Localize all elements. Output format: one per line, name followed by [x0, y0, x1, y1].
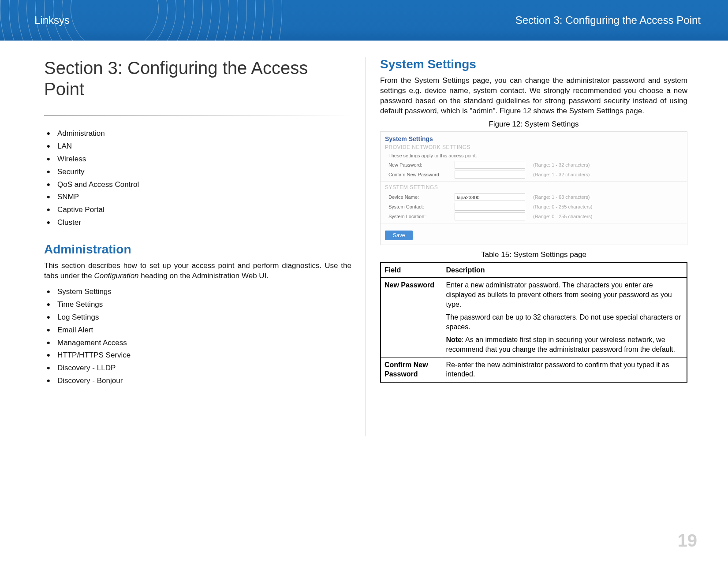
shot-divider — [381, 223, 687, 223]
shot-row: System Location: (Range: 0 - 255 charact… — [388, 212, 683, 220]
shot-field-hint: (Range: 1 - 63 characters) — [533, 194, 590, 200]
shot-field-label: Confirm New Password: — [388, 172, 455, 177]
table-cell-field: Confirm New Password — [381, 357, 442, 382]
shot-field-label: New Password: — [388, 162, 455, 167]
list-item: Email Alert — [47, 324, 351, 337]
desc-paragraph: Enter a new administrator password. The … — [446, 280, 683, 309]
list-item: Time Settings — [47, 298, 351, 311]
administration-sublist: System Settings Time Settings Log Settin… — [44, 286, 351, 387]
system-settings-screenshot: System Settings PROVIDE NETWORK SETTINGS… — [380, 131, 687, 245]
table-cell-desc: Re-enter the new administrator password … — [442, 357, 687, 382]
page-body: Section 3: Configuring the Access Point … — [0, 41, 728, 436]
note-text: : As an immediate first step in securing… — [446, 336, 675, 353]
list-item: HTTP/HTTPS Service — [47, 349, 351, 362]
section-toc-list: Administration LAN Wireless Security QoS… — [44, 127, 351, 229]
table-row: Confirm New Password Re-enter the new ad… — [381, 357, 687, 382]
page-header: Linksys Section 3: Configuring the Acces… — [0, 0, 728, 41]
table-header-desc: Description — [442, 262, 687, 278]
shot-row: Confirm New Password: (Range: 1 - 32 cha… — [388, 171, 683, 179]
list-item: System Settings — [47, 286, 351, 298]
table-cell-desc: Enter a new administrator password. The … — [442, 278, 687, 357]
shot-row: New Password: (Range: 1 - 32 characters) — [388, 161, 683, 169]
column-divider — [366, 57, 366, 436]
list-item: Management Access — [47, 337, 351, 350]
list-item: Discovery - LLDP — [47, 362, 351, 375]
shot-field-label: System Location: — [388, 214, 455, 219]
administration-heading: Administration — [44, 242, 351, 257]
shot-field-hint: (Range: 1 - 32 characters) — [533, 162, 590, 167]
list-item: Log Settings — [47, 311, 351, 324]
list-item: Captive Portal — [47, 204, 351, 216]
text-emphasis: Configuration — [94, 272, 138, 280]
title-divider — [44, 115, 351, 116]
table-caption: Table 15: System Settings page — [380, 250, 687, 259]
brand-label: Linksys — [34, 14, 70, 26]
header-section-label: Section 3: Configuring the Access Point — [515, 14, 701, 26]
list-item: LAN — [47, 140, 351, 153]
shot-field-input — [455, 161, 525, 169]
list-item: QoS and Access Control — [47, 179, 351, 191]
shot-save-button: Save — [385, 231, 413, 240]
text-fragment: heading on the Administration Web UI. — [139, 272, 269, 280]
page-title: Section 3: Configuring the Access Point — [44, 57, 351, 100]
shot-field-label: System Contact: — [388, 204, 455, 209]
page-number: 19 — [678, 531, 698, 551]
shot-field-hint: (Range: 0 - 255 characters) — [533, 204, 593, 209]
system-settings-heading: System Settings — [380, 57, 687, 71]
table-header-row: Field Description — [381, 262, 687, 278]
left-column: Section 3: Configuring the Access Point … — [34, 57, 361, 436]
list-item: Administration — [47, 127, 351, 140]
shot-field-hint: (Range: 0 - 255 characters) — [533, 214, 593, 219]
shot-divider — [381, 181, 687, 182]
shot-field-input — [455, 171, 525, 179]
shot-row: Device Name: lapa23300 (Range: 1 - 63 ch… — [388, 193, 683, 201]
note-label: Note — [446, 336, 462, 343]
desc-note: Note: As an immediate first step in secu… — [446, 335, 683, 354]
shot-title: System Settings — [385, 135, 683, 142]
desc-paragraph: The password can be up to 32 characters.… — [446, 313, 683, 331]
figure-caption: Figure 12: System Settings — [380, 120, 687, 129]
shot-field-hint: (Range: 1 - 32 characters) — [533, 172, 590, 177]
shot-field-input — [455, 203, 525, 211]
shot-row: System Contact: (Range: 0 - 255 characte… — [388, 203, 683, 211]
table-header-field: Field — [381, 262, 442, 278]
list-item: Security — [47, 166, 351, 179]
shot-group-heading: PROVIDE NETWORK SETTINGS — [385, 144, 683, 150]
shot-field-input — [455, 212, 525, 220]
shot-group-heading: SYSTEM SETTINGS — [385, 184, 683, 190]
list-item: Wireless — [47, 153, 351, 166]
list-item: SNMP — [47, 191, 351, 204]
shot-field-input: lapa23300 — [455, 193, 525, 201]
list-item: Cluster — [47, 216, 351, 229]
table-cell-field: New Password — [381, 278, 442, 357]
administration-paragraph: This section describes how to set up you… — [44, 261, 351, 281]
shot-field-label: Device Name: — [388, 194, 455, 200]
system-settings-paragraph: From the System Settings page, you can c… — [380, 76, 687, 116]
list-item: Discovery - Bonjour — [47, 375, 351, 387]
shot-note: These settings apply to this access poin… — [388, 153, 683, 158]
right-column: System Settings From the System Settings… — [370, 57, 697, 436]
table-row: New Password Enter a new administrator p… — [381, 278, 687, 357]
system-settings-table: Field Description New Password Enter a n… — [380, 262, 687, 383]
